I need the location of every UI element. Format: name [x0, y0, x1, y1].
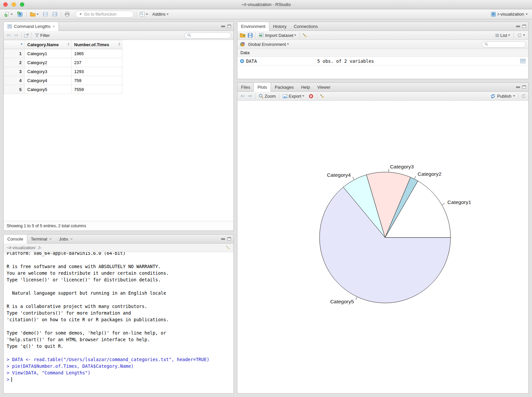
- goto-file-box[interactable]: [75, 11, 134, 18]
- pie-label-tick: [414, 176, 416, 179]
- new-project-icon: R: [17, 11, 23, 17]
- clear-console-broom-icon[interactable]: [225, 245, 230, 250]
- environment-pane: Environment History Connections Import D…: [237, 22, 529, 79]
- goto-directory-icon[interactable]: [37, 246, 42, 249]
- clear-plots-broom-icon[interactable]: [320, 94, 325, 99]
- open-in-window-icon[interactable]: [24, 33, 29, 38]
- tab-jobs[interactable]: Jobs×: [55, 235, 76, 243]
- table-row[interactable]: 2Category2237: [4, 58, 122, 67]
- maximize-pane-icon[interactable]: [522, 25, 526, 28]
- close-tab-icon[interactable]: ×: [70, 237, 73, 241]
- table-row[interactable]: 3Category31293: [4, 67, 122, 76]
- console-body[interactable]: Platform: x86_64-apple-darwin15.6.0 (64-…: [4, 252, 233, 393]
- table-cell: 1: [4, 49, 25, 58]
- save-workspace-icon[interactable]: [248, 33, 253, 38]
- tab-history[interactable]: History: [269, 22, 290, 31]
- window-title: ~/r-visualization - RStudio: [241, 2, 291, 7]
- data-viewer-pane: Command Lengths × Filter Category.Name: [3, 22, 234, 231]
- tab-files[interactable]: Files: [237, 83, 254, 91]
- forward-icon: [14, 33, 19, 37]
- data-grid-icon: [7, 24, 12, 29]
- import-dataset-button[interactable]: Import Dataset: [258, 32, 297, 39]
- maximize-pane-icon[interactable]: [227, 25, 231, 28]
- close-tab-icon[interactable]: ×: [49, 237, 52, 241]
- pie-label-tick: [442, 203, 445, 205]
- minimize-pane-icon[interactable]: [516, 26, 520, 27]
- close-tab-icon[interactable]: ×: [53, 24, 55, 29]
- environment-scope-selector[interactable]: Global Environment: [247, 41, 290, 48]
- object-value: 5 obs. of 2 variables: [314, 58, 528, 64]
- minimize-pane-icon[interactable]: [516, 86, 520, 88]
- viewer-search-input[interactable]: [193, 33, 226, 38]
- console-output-line: [7, 349, 233, 356]
- pie-chart: Category1Category2Category3Category4Cate…: [237, 101, 528, 393]
- list-view-button[interactable]: List: [494, 32, 511, 39]
- load-workspace-icon[interactable]: [240, 33, 245, 38]
- table-cell: 237: [71, 58, 122, 67]
- sort-down-icon: [118, 45, 120, 46]
- print-button[interactable]: [64, 11, 71, 17]
- pane-layout-button[interactable]: [139, 11, 149, 18]
- export-plot-button[interactable]: Export: [282, 93, 305, 99]
- new-project-button[interactable]: R: [16, 11, 24, 18]
- close-window-button[interactable]: [3, 2, 8, 7]
- tab-plots[interactable]: Plots: [253, 83, 271, 92]
- publish-button[interactable]: Publish: [489, 93, 516, 99]
- refresh-plot-icon[interactable]: [521, 94, 526, 99]
- maximize-pane-icon[interactable]: [227, 237, 231, 241]
- console-output-line: [7, 283, 233, 290]
- tab-console[interactable]: Console: [4, 235, 27, 244]
- rownum-header[interactable]: [4, 40, 25, 49]
- tab-terminal[interactable]: Terminal×: [27, 235, 56, 243]
- remove-plot-button[interactable]: [308, 93, 315, 99]
- minimize-pane-icon[interactable]: [221, 238, 225, 240]
- viewer-search-box[interactable]: [185, 32, 231, 39]
- tab-viewer[interactable]: Viewer: [314, 83, 334, 91]
- addins-button[interactable]: Addins: [151, 11, 170, 17]
- column-header-number-of-times[interactable]: Number.of.Times: [71, 40, 122, 49]
- table-row[interactable]: 4Category4759: [4, 76, 122, 85]
- view-data-grid-icon[interactable]: [520, 59, 526, 63]
- environment-search-box[interactable]: [482, 41, 526, 48]
- import-dataset-icon: [259, 33, 264, 38]
- goto-file-input[interactable]: [84, 12, 127, 17]
- maximize-pane-icon[interactable]: [522, 85, 526, 89]
- main-toolbar: R Addins R r-visualization: [0, 9, 532, 19]
- toolbar-divider: [255, 93, 255, 99]
- environment-search-input[interactable]: [490, 42, 523, 47]
- tab-help[interactable]: Help: [297, 83, 314, 91]
- addins-label: Addins: [152, 12, 166, 17]
- open-file-button[interactable]: [29, 11, 40, 17]
- tab-connections[interactable]: Connections: [290, 22, 321, 31]
- save-icon: [43, 12, 48, 17]
- filter-label: Filter: [40, 33, 50, 38]
- table-cell: Category2: [25, 58, 71, 67]
- column-header-category-name[interactable]: Category.Name: [25, 40, 71, 49]
- minimize-window-button[interactable]: [12, 2, 16, 7]
- console-output-line: Platform: x86_64-apple-darwin15.6.0 (64-…: [7, 252, 233, 256]
- project-selector[interactable]: R r-visualization: [490, 11, 529, 18]
- table-row[interactable]: 1Category11965: [4, 49, 122, 58]
- zoom-magnifier-icon: [259, 94, 264, 99]
- clear-environment-broom-icon[interactable]: [302, 33, 307, 38]
- tab-packages[interactable]: Packages: [271, 83, 297, 91]
- console-output-line: [7, 323, 233, 330]
- export-label: Export: [289, 94, 301, 99]
- filter-button[interactable]: Filter: [34, 32, 51, 39]
- console-prompt-line[interactable]: >: [7, 376, 233, 383]
- minimize-pane-icon[interactable]: [221, 26, 225, 27]
- zoom-plot-button[interactable]: Zoom: [258, 93, 277, 99]
- plots-pane: Files Plots Packages Help Viewer Zoom Ex…: [237, 82, 529, 394]
- environment-object-row[interactable]: DATA 5 obs. of 2 variables: [237, 57, 528, 65]
- new-file-icon: [4, 12, 10, 17]
- console-output: Platform: x86_64-apple-darwin15.6.0 (64-…: [7, 252, 233, 376]
- tab-command-lengths[interactable]: Command Lengths ×: [4, 22, 59, 31]
- table-cell: Category4: [25, 76, 71, 85]
- new-file-button[interactable]: [3, 11, 14, 18]
- search-icon: [484, 42, 488, 46]
- zoom-window-button[interactable]: [20, 2, 24, 7]
- refresh-environment-button[interactable]: [516, 32, 526, 39]
- table-row[interactable]: 5Category57559: [4, 85, 122, 94]
- tab-environment[interactable]: Environment: [237, 22, 269, 31]
- expand-object-icon[interactable]: [240, 59, 244, 63]
